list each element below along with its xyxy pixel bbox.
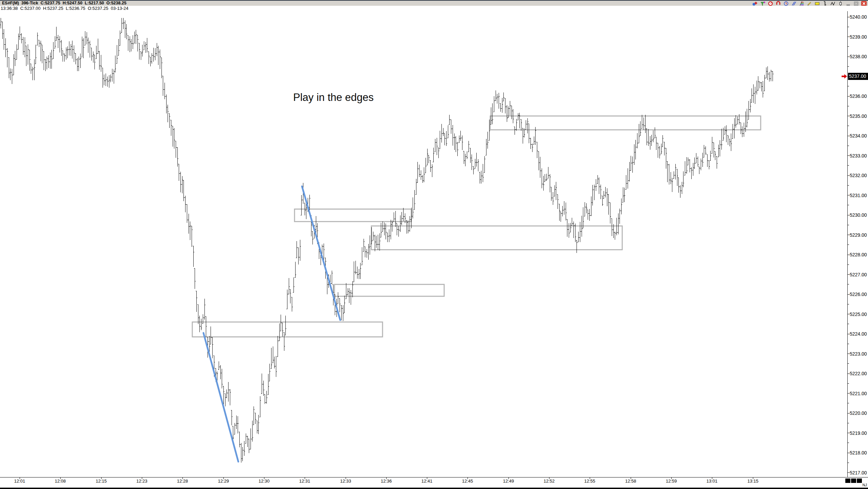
- status-square: [851, 479, 856, 483]
- time-axis-label: 12:23: [136, 479, 148, 484]
- price-box[interactable]: [490, 116, 761, 130]
- time-axis-label: 12:30: [259, 479, 270, 484]
- time-axis-label: 12:49: [503, 479, 514, 484]
- gauge-icon[interactable]: [768, 1, 773, 6]
- price-axis-label: 5217.00: [850, 470, 867, 475]
- close-icon[interactable]: [861, 1, 867, 6]
- price-axis-label: 5224.00: [850, 332, 867, 336]
- price-axis-label: 5230.00: [850, 213, 867, 217]
- window-title: ES#F(M) 396-Tick C:5237.75 H:5247.50 L:5…: [0, 1, 126, 6]
- price-axis-label: 5235.00: [850, 114, 867, 119]
- time-axis-label: 12:45: [462, 479, 473, 484]
- time-axis-label: 12:29: [218, 479, 229, 484]
- price-axis-label: 5240.00: [850, 15, 867, 19]
- time-axis-label: 12:31: [299, 479, 310, 484]
- trendline[interactable]: [203, 333, 238, 462]
- axis-lines: [0, 11, 868, 479]
- price-axis-label: 5234.00: [850, 133, 867, 138]
- price-axis-label: 5220.00: [850, 411, 867, 416]
- time-axis-label: 12:28: [177, 479, 188, 484]
- toolbar: [752, 1, 867, 6]
- chart-text-annotation[interactable]: Play in the edges: [293, 91, 374, 104]
- parallel-lines-icon[interactable]: [791, 1, 797, 6]
- zigzag-icon[interactable]: [830, 1, 836, 6]
- price-bars: [0, 18, 774, 463]
- price-axis-label: 5227.00: [850, 272, 867, 277]
- rectangle-tool-icon[interactable]: [815, 1, 820, 6]
- price-axis-label: 5236.00: [850, 94, 867, 99]
- bottom-edge-strip: [0, 488, 868, 489]
- minimize-icon[interactable]: [846, 1, 851, 6]
- price-box[interactable]: [371, 226, 622, 250]
- time-axis-label: 12:58: [625, 479, 636, 484]
- price-axis-label: 5233.00: [850, 153, 867, 158]
- trading-chart-window: Play in the edges 5240.005239.005238.005…: [0, 0, 868, 489]
- time-axis-label: 12:08: [55, 479, 66, 484]
- time-axis-label: 12:55: [584, 479, 595, 484]
- time-axis-label: 12:52: [544, 479, 555, 484]
- time-axis-label: 12:41: [421, 479, 433, 484]
- price-axis-label: 5239.00: [850, 35, 867, 39]
- price-axis-label: 5238.00: [850, 54, 867, 59]
- price-box[interactable]: [192, 322, 383, 337]
- price-axis-label: 5225.00: [850, 312, 867, 317]
- chart-area[interactable]: [0, 0, 868, 489]
- clock-icon[interactable]: [783, 1, 789, 6]
- price-axis-label: 5229.00: [850, 233, 867, 237]
- restore-icon[interactable]: [853, 1, 859, 6]
- time-axis-label: 13:15: [747, 479, 759, 484]
- time-axis-label: 12:36: [381, 479, 392, 484]
- fib-retracement-icon[interactable]: [799, 1, 804, 6]
- last-price-marker: 5237.00: [848, 73, 868, 80]
- price-axis-label: 5228.00: [850, 252, 867, 257]
- trendline[interactable]: [302, 186, 340, 320]
- title-bar[interactable]: ES#F(M) 396-Tick C:5237.75 H:5247.50 L:5…: [0, 0, 868, 6]
- status-label: NJ: [863, 483, 867, 487]
- price-axis-label: 5219.00: [850, 431, 867, 435]
- status-square: [857, 479, 862, 483]
- support-resistance-boxes[interactable]: [192, 116, 761, 337]
- candlestick-icon[interactable]: [838, 1, 843, 6]
- time-axis-label: 12:15: [96, 479, 107, 484]
- time-axis-label: 12:33: [340, 479, 351, 484]
- price-axis-label: 5221.00: [850, 391, 867, 396]
- time-axis-label: 12:01: [14, 479, 25, 484]
- price-axis-label: 5222.00: [850, 371, 867, 376]
- status-square: [845, 479, 850, 483]
- time-axis-label: 12:59: [666, 479, 677, 484]
- price-axis-label: 5223.00: [850, 352, 867, 356]
- price-axis-label: 5218.00: [850, 450, 867, 455]
- price-axis-label: 5226.00: [850, 292, 867, 297]
- analysis-shapes-icon[interactable]: [752, 1, 758, 6]
- magnet-icon[interactable]: [776, 1, 781, 6]
- price-line-icon[interactable]: [822, 1, 828, 6]
- last-bar-info-line: 13:36:38 C:5237.00 H:5237.25 L:5236.75 O…: [0, 6, 868, 11]
- time-axis-label: 13:01: [707, 479, 718, 484]
- price-axis-label: 5231.00: [850, 193, 867, 198]
- price-axis-label: 5232.00: [850, 173, 867, 178]
- pencil-icon[interactable]: [807, 1, 812, 6]
- trendlines[interactable]: [203, 186, 340, 462]
- filter-funnel-icon[interactable]: [760, 1, 765, 6]
